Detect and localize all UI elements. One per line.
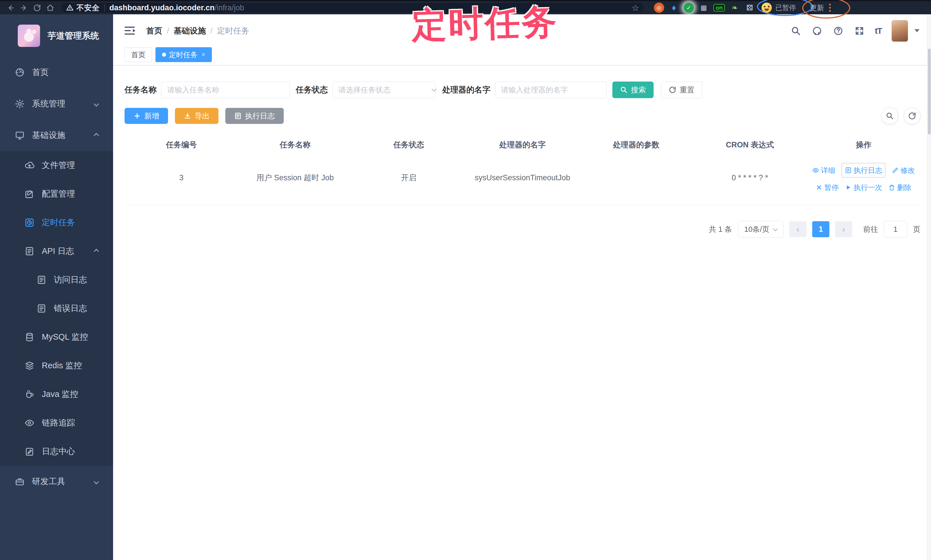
tab-job-active[interactable]: 定时任务 × bbox=[156, 47, 212, 62]
filter-form: 任务名称 任务状态 处理器的名字 搜索 重置 bbox=[125, 82, 920, 98]
run-once-link[interactable]: 执行一次 bbox=[845, 182, 882, 193]
sidebar-item-label: 基础设施 bbox=[32, 130, 65, 141]
cell-job-id: 3 bbox=[125, 172, 238, 184]
breadcrumb-infra[interactable]: 基础设施 bbox=[174, 25, 206, 36]
exec-log-button[interactable]: 执行日志 bbox=[225, 108, 284, 124]
github-icon[interactable] bbox=[811, 25, 823, 37]
next-page-button[interactable]: › bbox=[835, 221, 852, 237]
reset-button[interactable]: 重置 bbox=[661, 82, 702, 98]
scrollbar-thumb[interactable] bbox=[928, 49, 931, 134]
sidebar-item-system[interactable]: 系统管理 bbox=[0, 88, 113, 120]
extension-orange-icon[interactable]: ◎ bbox=[654, 3, 664, 13]
job-name-input[interactable] bbox=[161, 82, 290, 98]
forward-icon[interactable] bbox=[17, 2, 30, 14]
fullscreen-icon[interactable] bbox=[854, 25, 865, 37]
sidebar-item-job[interactable]: 定时任务 bbox=[0, 208, 113, 237]
job-status-select-input[interactable] bbox=[332, 82, 435, 98]
job-name-label: 任务名称 bbox=[125, 85, 157, 95]
extensions-puzzle-icon[interactable]: ⚄ bbox=[744, 3, 755, 13]
add-button[interactable]: 新增 bbox=[125, 108, 168, 124]
sidebar-item-access-log[interactable]: 访问日志 bbox=[0, 266, 113, 294]
update-button[interactable]: 更新 bbox=[809, 3, 824, 12]
detail-link[interactable]: 详细 bbox=[812, 165, 835, 176]
sidebar-item-trace[interactable]: 链路追踪 bbox=[0, 409, 113, 437]
user-avatar[interactable] bbox=[891, 20, 908, 42]
breadcrumb-separator: / bbox=[210, 26, 213, 35]
page-size-value: 10条/页 bbox=[744, 225, 769, 234]
sidebar-item-label: 首页 bbox=[32, 67, 49, 78]
handler-name-input[interactable] bbox=[495, 82, 607, 98]
extension-leaf-icon[interactable]: ❧ bbox=[729, 3, 740, 13]
eye-icon bbox=[25, 418, 34, 428]
app-logo-row[interactable]: 芋道管理系统 bbox=[0, 14, 113, 57]
edit-square-icon bbox=[25, 189, 34, 199]
add-button-label: 新增 bbox=[144, 111, 159, 121]
sidebar-item-infra[interactable]: 基础设施 bbox=[0, 120, 113, 151]
extension-grid-icon[interactable]: ▦ bbox=[698, 3, 709, 13]
extension-blue-icon[interactable]: ♦ bbox=[669, 3, 679, 13]
layers-icon bbox=[25, 361, 34, 371]
delete-link-label: 删除 bbox=[897, 182, 911, 193]
handler-name-label: 处理器的名字 bbox=[442, 85, 490, 95]
home-icon[interactable] bbox=[43, 2, 57, 14]
goto-page-input[interactable] bbox=[884, 221, 907, 237]
active-tab-dot bbox=[162, 53, 166, 57]
sidebar-item-error-log[interactable]: 错误日志 bbox=[0, 294, 113, 323]
search-button[interactable]: 搜索 bbox=[612, 82, 654, 98]
sidebar-item-config[interactable]: 配置管理 bbox=[0, 180, 113, 208]
breadcrumb-home[interactable]: 首页 bbox=[146, 25, 162, 36]
refresh-button[interactable] bbox=[904, 108, 920, 124]
job-status-select[interactable] bbox=[328, 82, 442, 98]
exec-log-link[interactable]: 执行日志 bbox=[842, 163, 885, 178]
tab-home[interactable]: 首页 bbox=[125, 47, 152, 62]
export-button[interactable]: 导出 bbox=[175, 108, 219, 124]
detail-link-label: 详细 bbox=[821, 165, 835, 176]
search-icon bbox=[886, 112, 894, 120]
table-toolbar: 新增 导出 执行日志 bbox=[125, 108, 920, 124]
play-icon bbox=[845, 184, 852, 191]
on-badge[interactable]: on bbox=[714, 4, 725, 11]
edit-link-label: 修改 bbox=[900, 165, 915, 176]
cell-job-name: 用户 Session 超时 Job bbox=[238, 172, 352, 184]
delete-link[interactable]: 删除 bbox=[888, 182, 911, 193]
chevron-down-icon bbox=[94, 101, 99, 106]
sidebar-toggle-icon[interactable] bbox=[125, 26, 136, 36]
document-icon bbox=[25, 246, 34, 256]
close-icon[interactable]: × bbox=[202, 51, 205, 58]
prev-page-button[interactable]: ‹ bbox=[789, 221, 806, 237]
profile-paused-label: 已暂停 bbox=[775, 3, 796, 12]
browser-profile-chip[interactable]: 已暂停 bbox=[760, 2, 800, 14]
page-scrollbar[interactable] bbox=[927, 14, 931, 560]
security-label[interactable]: 不安全 bbox=[76, 3, 100, 13]
sidebar-item-log-center[interactable]: 日志中心 bbox=[0, 437, 113, 466]
pause-link[interactable]: 暂停 bbox=[815, 182, 839, 193]
sidebar-item-redis[interactable]: Redis 监控 bbox=[0, 351, 113, 380]
sidebar-item-dev-tools[interactable]: 研发工具 bbox=[0, 466, 113, 497]
column-header: 任务状态 bbox=[352, 140, 466, 150]
navbar-actions: tT bbox=[790, 20, 920, 42]
browser-menu-icon[interactable] bbox=[829, 4, 831, 12]
back-icon[interactable] bbox=[4, 2, 17, 14]
font-size-icon[interactable]: tT bbox=[875, 26, 882, 36]
sidebar-item-mysql[interactable]: MySQL 监控 bbox=[0, 323, 113, 351]
goto-label: 前往 bbox=[863, 225, 878, 234]
gear-icon bbox=[15, 99, 25, 109]
column-header: CRON 表达式 bbox=[693, 140, 807, 150]
extension-green-check-icon[interactable]: ✓ bbox=[684, 3, 694, 13]
sidebar-item-file[interactable]: 文件管理 bbox=[0, 151, 113, 180]
current-page[interactable]: 1 bbox=[812, 221, 829, 237]
edit-link[interactable]: 修改 bbox=[892, 165, 915, 176]
reload-icon[interactable] bbox=[30, 2, 43, 14]
cell-cron: 0 * * * * ? * bbox=[693, 172, 807, 184]
sidebar-item-java[interactable]: Java 监控 bbox=[0, 380, 113, 409]
sidebar-item-label: 错误日志 bbox=[54, 303, 87, 314]
toggle-search-button[interactable] bbox=[882, 108, 898, 124]
help-icon[interactable] bbox=[832, 25, 844, 37]
page-size-select[interactable]: 10条/页 bbox=[738, 221, 783, 237]
sidebar-item-api-log[interactable]: API 日志 bbox=[0, 237, 113, 266]
log-icon bbox=[845, 167, 852, 174]
bookmark-star-icon[interactable]: ☆ bbox=[632, 3, 639, 13]
sidebar-item-home[interactable]: 首页 bbox=[0, 57, 113, 88]
search-icon[interactable] bbox=[790, 25, 802, 37]
avatar-caret-icon[interactable] bbox=[914, 29, 920, 32]
